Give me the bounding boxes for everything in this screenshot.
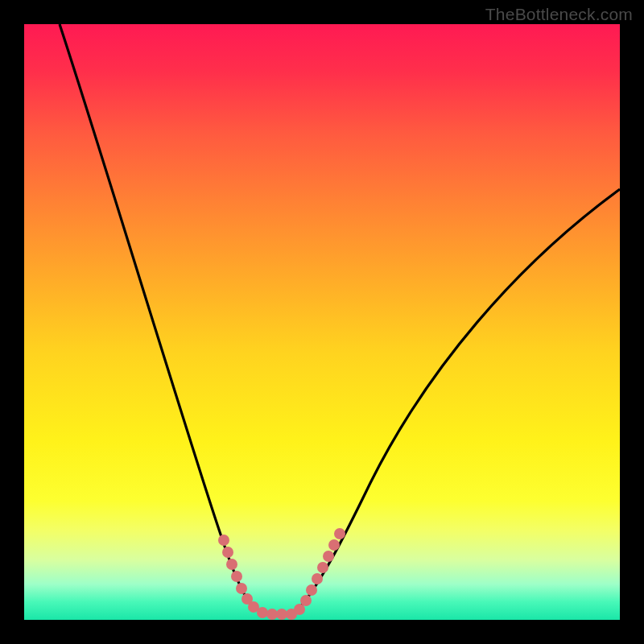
svg-point-12 <box>300 595 312 606</box>
svg-point-8 <box>266 609 278 620</box>
svg-point-4 <box>236 583 247 594</box>
svg-point-1 <box>222 547 233 558</box>
svg-point-18 <box>334 528 345 539</box>
bottleneck-curve <box>60 24 620 614</box>
svg-point-7 <box>257 607 268 618</box>
svg-point-14 <box>312 573 323 584</box>
plot-area <box>24 24 620 620</box>
left-dots <box>218 535 268 618</box>
svg-point-16 <box>323 551 334 562</box>
chart-frame: TheBottleneck.com <box>0 0 644 644</box>
bottom-dots <box>266 609 297 620</box>
right-dots <box>294 528 345 615</box>
svg-point-2 <box>226 559 237 570</box>
watermark-text: TheBottleneck.com <box>485 5 633 24</box>
curve-layer <box>24 24 620 620</box>
svg-point-3 <box>231 571 242 582</box>
svg-point-17 <box>328 539 340 551</box>
svg-point-13 <box>306 584 317 596</box>
svg-point-0 <box>218 535 229 546</box>
svg-point-15 <box>317 562 328 573</box>
svg-point-9 <box>276 609 287 620</box>
